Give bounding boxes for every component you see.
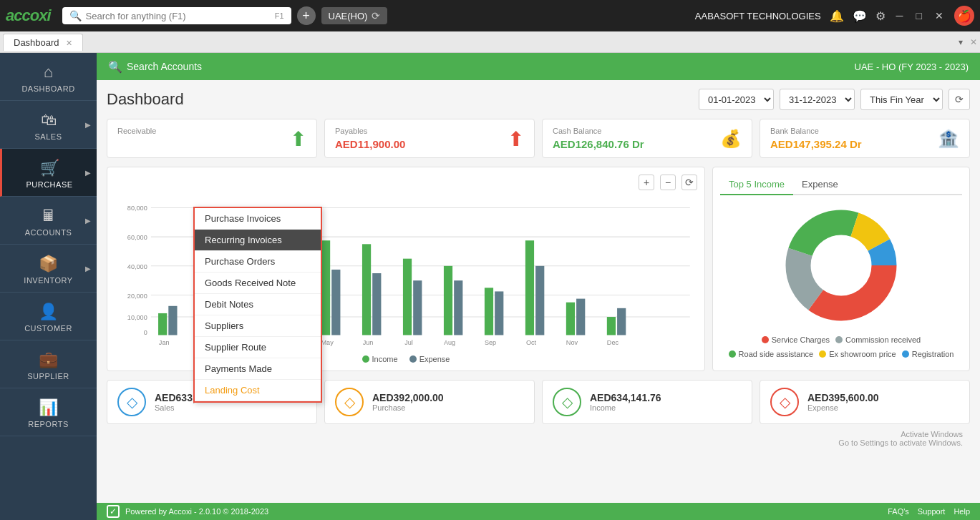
date-filter: 01-01-2023 31-12-2023 This Fin Year ⟳: [699, 89, 970, 110]
tab-expense[interactable]: Expense: [793, 175, 847, 194]
receivable-card: Receivable ⬆: [107, 119, 317, 158]
dashboard-title-row: Dashboard 01-01-2023 31-12-2023 This Fin…: [107, 89, 970, 110]
registration-dot: [902, 350, 909, 358]
dashboard-refresh-button[interactable]: ⟳: [949, 89, 970, 110]
reports-icon: 📊: [39, 398, 58, 417]
bank-icon: 🏦: [938, 129, 959, 149]
menu-item-purchase-orders[interactable]: Purchase Orders: [195, 251, 321, 273]
svg-text:20,000: 20,000: [127, 293, 147, 300]
chart-zoom-out-button[interactable]: −: [660, 175, 676, 190]
service-dot: [762, 336, 769, 343]
sidebar-item-label: CUSTOMER: [24, 324, 72, 333]
sidebar-item-label: REPORTS: [28, 420, 68, 428]
sidebar-item-dashboard[interactable]: ⌂ DASHBOARD: [0, 53, 97, 101]
search-accounts-btn[interactable]: 🔍 Search Accounts: [108, 60, 202, 74]
legend-exshowroom: Ex showroom price: [819, 350, 896, 358]
global-search-box[interactable]: 🔍 F1: [62, 7, 291, 24]
svg-text:Jun: Jun: [363, 339, 374, 346]
search-icon: 🔍: [69, 10, 82, 21]
sidebar: ⌂ DASHBOARD 🛍 SALES ▶ 🛒 PURCHASE ▶ 🖩 ACC…: [0, 53, 97, 520]
chart-zoom-in-button[interactable]: +: [639, 175, 654, 190]
purchase-dropdown-menu: Purchase Invoices Recurring Invoices Pur…: [193, 207, 322, 403]
income-amount: AED634,141.76: [590, 392, 661, 403]
footer-links: FAQ's Support Help: [888, 507, 970, 516]
roadside-dot: [729, 350, 736, 358]
sidebar-item-supplier[interactable]: 💼 SUPPLIER: [0, 340, 97, 388]
activate-windows-text: Activate Windows: [107, 430, 963, 438]
tab-arrow-icon[interactable]: ▾: [954, 37, 967, 47]
dashboard-tab[interactable]: Dashboard ✕: [3, 34, 83, 51]
commission-label: Commission received: [845, 335, 921, 344]
region-selector[interactable]: UAE(HO) ⟳: [321, 7, 388, 24]
tab-close-icon[interactable]: ✕: [66, 39, 72, 47]
tab-close-all-icon[interactable]: ✕: [970, 37, 977, 47]
svg-text:0: 0: [144, 329, 147, 336]
donut-svg: [770, 201, 913, 330]
expense-summary-info: AED395,600.00 Expense: [807, 392, 879, 412]
svg-text:40,000: 40,000: [127, 263, 147, 270]
legend-service: Service Charges: [762, 335, 830, 344]
menu-item-recurring-invoices[interactable]: Recurring Invoices: [195, 230, 321, 251]
sidebar-item-reports[interactable]: 📊 REPORTS: [0, 388, 97, 436]
region-label: UAE(HO): [329, 11, 368, 21]
menu-item-debit-notes[interactable]: Debit Notes: [195, 294, 321, 315]
search-input[interactable]: [86, 11, 271, 21]
support-link[interactable]: Support: [918, 507, 946, 516]
date-to-select[interactable]: 31-12-2023: [780, 89, 855, 110]
region-refresh-icon[interactable]: ⟳: [372, 10, 380, 21]
add-button[interactable]: +: [297, 6, 316, 25]
donut-chart-card: Top 5 Income Expense: [712, 167, 970, 371]
sidebar-item-accounts[interactable]: 🖩 ACCOUNTS ▶: [0, 197, 97, 245]
income-summary-icon: ◇: [553, 388, 581, 416]
footer-logo-icon: ✓: [107, 505, 120, 518]
faq-link[interactable]: FAQ's: [888, 507, 909, 516]
sidebar-item-sales[interactable]: 🛍 SALES ▶: [0, 101, 97, 149]
card-label: Cash Balance: [553, 127, 742, 135]
svg-rect-21: [362, 244, 371, 335]
tab-bar: Dashboard ✕ ▾ ✕: [0, 31, 980, 53]
message-icon[interactable]: 💬: [853, 9, 867, 23]
settings-icon[interactable]: ⚙: [875, 9, 886, 23]
minimize-button[interactable]: ─: [894, 10, 906, 21]
income-summary-info: AED634,141.76 Income: [590, 392, 661, 412]
maximize-button[interactable]: □: [914, 10, 924, 21]
svg-rect-32: [576, 299, 585, 335]
legend-commission: Commission received: [835, 335, 921, 344]
content-area: 🔍 Search Accounts UAE - HO (FY 2023 - 20…: [97, 53, 980, 520]
user-name: AABASOFT TECHNOLOGIES: [695, 11, 821, 21]
sidebar-item-label: SUPPLIER: [27, 372, 69, 381]
avatar: 🍎: [954, 6, 974, 26]
sidebar-item-label: INVENTORY: [24, 276, 72, 285]
svg-text:Sep: Sep: [485, 339, 496, 346]
company-period-label: UAE - HO (FY 2023 - 2023): [855, 62, 969, 72]
chevron-right-icon: ▶: [85, 169, 91, 177]
chart-header: + − ⟳: [115, 175, 697, 190]
search-accounts-label: Search Accounts: [127, 61, 202, 72]
svg-text:Jul: Jul: [404, 339, 413, 346]
notification-icon[interactable]: 🔔: [830, 9, 844, 23]
sidebar-item-inventory[interactable]: 📦 INVENTORY ▶: [0, 245, 97, 293]
service-label: Service Charges: [772, 335, 830, 344]
menu-item-supplier-route[interactable]: Supplier Route: [195, 337, 321, 358]
svg-rect-19: [321, 240, 330, 335]
legend-roadside: Road side assistance: [729, 350, 814, 358]
dashboard-icon: ⌂: [44, 63, 53, 82]
menu-item-suppliers[interactable]: Suppliers: [195, 315, 321, 337]
tab-label: Dashboard: [14, 37, 59, 48]
period-select[interactable]: This Fin Year: [860, 89, 943, 110]
summary-cards: Receivable ⬆ Payables AED11,900.00 ⬆ Cas…: [107, 119, 970, 158]
close-button[interactable]: ✕: [933, 10, 946, 21]
date-from-select[interactable]: 01-01-2023: [699, 89, 774, 110]
tab-top-income[interactable]: Top 5 Income: [720, 175, 793, 195]
chart-refresh-button[interactable]: ⟳: [681, 175, 697, 190]
help-link[interactable]: Help: [954, 507, 970, 516]
menu-item-landing-cost[interactable]: Landing Cost: [195, 380, 321, 401]
menu-item-payments-made[interactable]: Payments Made: [195, 358, 321, 380]
sidebar-item-customer[interactable]: 👤 CUSTOMER: [0, 293, 97, 340]
menu-item-purchase-invoices[interactable]: Purchase Invoices: [195, 208, 321, 230]
search-hint: F1: [275, 11, 284, 20]
svg-rect-25: [444, 266, 452, 335]
commission-dot: [835, 336, 843, 343]
sidebar-item-purchase[interactable]: 🛒 PURCHASE ▶: [0, 149, 97, 197]
menu-item-goods-received-note[interactable]: Goods Received Note: [195, 273, 321, 294]
